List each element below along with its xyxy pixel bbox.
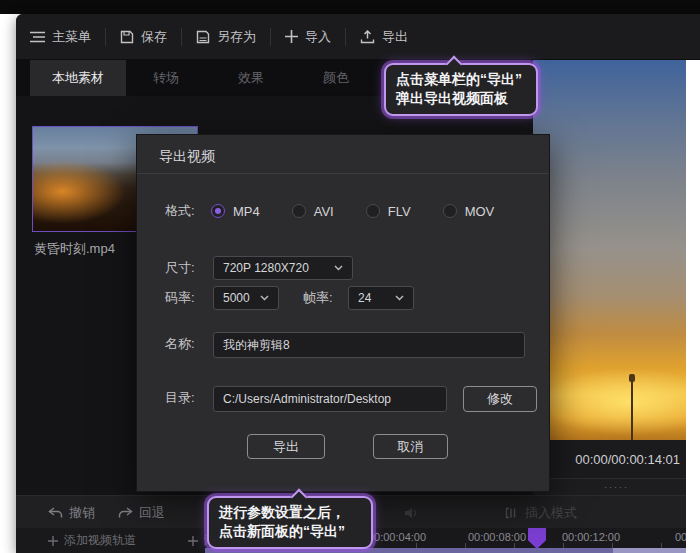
timecode-bar: 00:00/00:00:14:01 [533, 440, 700, 478]
ruler-label-8s: 00:00:08:00 [468, 531, 526, 543]
tab-local-material[interactable]: 本地素材 [30, 60, 126, 96]
callout-line: 弹出导出视频面板 [396, 89, 526, 108]
tower-top [629, 374, 635, 382]
menu-item-import[interactable]: 导入 [271, 14, 345, 59]
radio-icon [366, 204, 380, 218]
timeline-scrollbar-thumb[interactable] [613, 548, 690, 553]
radio-label: AVI [314, 204, 334, 219]
save-icon [120, 30, 134, 44]
cancel-button[interactable]: 取消 [373, 434, 448, 459]
redo-button[interactable]: 回退 [118, 496, 165, 529]
import-plus-icon [285, 30, 298, 43]
radio-option-mov[interactable]: MOV [443, 204, 495, 219]
timecode-text: 00:00/00:00:14:01 [575, 452, 680, 467]
page-margin [686, 60, 700, 553]
radio-selected-icon [211, 204, 225, 218]
callout-line: 点击新面板的“导出” [219, 522, 361, 541]
bitrate-label: 码率: [165, 286, 195, 310]
chevron-down-icon [334, 265, 343, 271]
add-video-track-button[interactable]: 添加视频轨道 [48, 528, 136, 553]
name-label: 名称: [165, 332, 195, 356]
save-as-icon [196, 30, 210, 44]
mute-track-button[interactable] [404, 496, 418, 529]
plus-icon [188, 536, 198, 546]
export-dialog: 导出视频 格式: MP4 AVI FLV MOV 尺寸: 720P 1280X7… [136, 134, 550, 492]
tutorial-callout-export-button: 进行参数设置之后， 点击新面板的“导出” [207, 496, 373, 549]
insert-mode-label: 插入模式 [525, 504, 577, 522]
playhead-marker[interactable] [528, 528, 546, 549]
menu-item-label: 另存为 [217, 28, 256, 46]
size-value: 720P 1280X720 [223, 261, 309, 275]
redo-icon [118, 507, 133, 519]
framerate-select[interactable]: 24 [348, 286, 414, 310]
name-value: 我的神剪辑8 [223, 337, 290, 354]
plus-icon [48, 536, 58, 546]
format-label: 格式: [165, 199, 195, 223]
tab-effects[interactable]: 效果 [220, 60, 282, 96]
speaker-icon [404, 507, 418, 519]
video-preview [533, 60, 700, 440]
tutorial-callout-export-menu: 点击菜单栏的“导出” 弹出导出视频面板 [384, 63, 538, 116]
menu-item-save[interactable]: 保存 [106, 14, 181, 59]
menu-item-label: 主菜单 [52, 28, 91, 46]
directory-input[interactable]: C:/Users/Administrator/Desktop [213, 386, 447, 412]
undo-label: 撤销 [69, 504, 95, 522]
size-label: 尺寸: [165, 256, 195, 280]
menu-item-label: 保存 [141, 28, 167, 46]
redo-label: 回退 [139, 504, 165, 522]
clip-filename: 黄昏时刻.mp4 [34, 240, 115, 258]
menu-item-label: 导入 [305, 28, 331, 46]
radio-label: MOV [465, 204, 495, 219]
insert-mode-toggle[interactable]: 插入模式 [505, 496, 577, 529]
tab-transition[interactable]: 转场 [135, 60, 197, 96]
menu-item-main-menu[interactable]: 主菜单 [16, 14, 105, 59]
chevron-down-icon [260, 295, 269, 301]
menu-bar: 主菜单 保存 另存为 导入 导出 [16, 14, 700, 60]
callout-line: 点击菜单栏的“导出” [396, 70, 526, 89]
framerate-value: 24 [358, 291, 371, 305]
tower-silhouette [631, 376, 633, 440]
modify-button[interactable]: 修改 [463, 386, 537, 412]
export-confirm-button[interactable]: 导出 [247, 434, 325, 459]
panel-resize-handle[interactable]: ····· [533, 478, 700, 495]
radio-label: FLV [388, 204, 411, 219]
menu-item-label: 导出 [382, 28, 408, 46]
top-band [0, 0, 700, 14]
menu-icon [30, 31, 45, 43]
radio-icon [292, 204, 306, 218]
size-select[interactable]: 720P 1280X720 [213, 256, 353, 280]
format-radio-group: MP4 AVI FLV MOV [211, 199, 526, 223]
insert-mode-icon [505, 507, 519, 519]
tab-color[interactable]: 颜色 [305, 60, 367, 96]
radio-option-avi[interactable]: AVI [292, 204, 334, 219]
bitrate-select[interactable]: 5000 [213, 286, 279, 310]
radio-option-mp4[interactable]: MP4 [211, 204, 260, 219]
export-icon [360, 30, 375, 44]
menu-item-export[interactable]: 导出 [346, 14, 422, 59]
undo-icon [48, 507, 63, 519]
directory-value: C:/Users/Administrator/Desktop [223, 392, 391, 406]
directory-label: 目录: [165, 386, 195, 410]
radio-option-flv[interactable]: FLV [366, 204, 411, 219]
bitrate-value: 5000 [223, 291, 250, 305]
framerate-label: 帧率: [303, 286, 333, 310]
ruler-label-12s: 00:00:12:00 [562, 531, 620, 543]
undo-button[interactable]: 撤销 [48, 496, 95, 529]
dialog-title: 导出视频 [159, 148, 215, 166]
callout-line: 进行参数设置之后， [219, 503, 361, 522]
name-input[interactable]: 我的神剪辑8 [213, 332, 525, 358]
dots-handle-icon: ····· [604, 482, 629, 492]
radio-icon [443, 204, 457, 218]
chevron-down-icon [395, 295, 404, 301]
add-video-track-label: 添加视频轨道 [64, 532, 136, 549]
menu-item-save-as[interactable]: 另存为 [182, 14, 270, 59]
ruler-label-4s: 00:00:04:00 [368, 531, 426, 543]
dialog-divider [137, 173, 549, 174]
radio-label: MP4 [233, 204, 260, 219]
